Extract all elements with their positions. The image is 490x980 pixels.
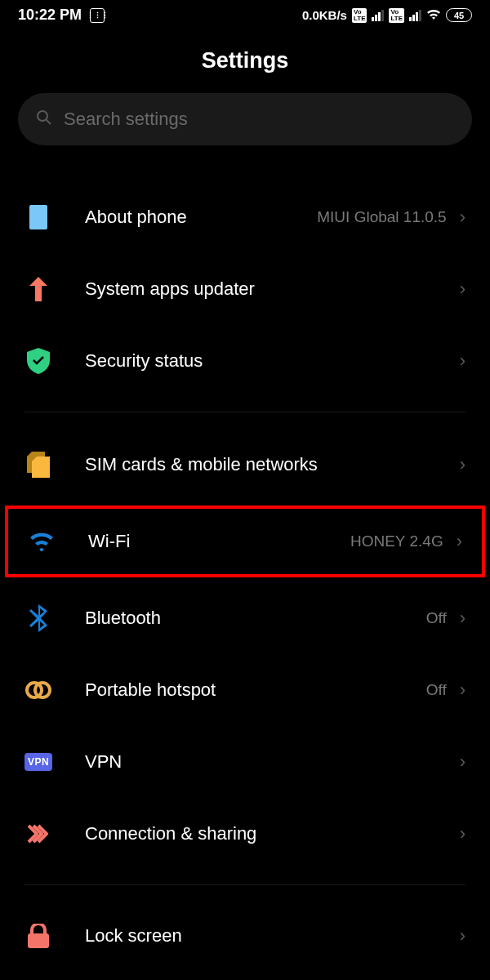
keypad-icon: ⋮⋮⋮ [90, 8, 105, 23]
lock-icon [24, 922, 52, 950]
search-placeholder: Search settings [64, 109, 188, 130]
system-updater-row[interactable]: System apps updater › [0, 253, 490, 325]
chevron-right-icon: › [460, 823, 466, 844]
setting-value: Off [426, 681, 447, 699]
wifi-icon [28, 528, 56, 555]
search-icon [36, 109, 52, 130]
security-status-row[interactable]: Security status › [0, 325, 490, 397]
connection-sharing-row[interactable]: Connection & sharing › [0, 798, 490, 870]
setting-value: HONEY 2.4G [350, 532, 443, 550]
hotspot-icon [24, 676, 52, 704]
setting-value: Off [426, 609, 447, 627]
svg-rect-2 [29, 205, 47, 229]
wifi-row[interactable]: Wi-Fi HONEY 2.4G › [5, 506, 485, 577]
divider [24, 412, 466, 412]
setting-label: VPN [85, 751, 460, 773]
volte-icon: VoLTE [352, 8, 368, 23]
battery-icon: 45 [446, 8, 472, 22]
bluetooth-row[interactable]: Bluetooth Off › [0, 582, 490, 654]
chevron-right-icon: › [460, 608, 466, 629]
data-rate: 0.0KB/s [302, 8, 347, 22]
about-phone-row[interactable]: About phone MIUI Global 11.0.5 › [0, 181, 490, 253]
chevron-right-icon: › [460, 454, 466, 475]
phone-icon [24, 203, 52, 231]
update-icon [24, 275, 52, 303]
svg-line-1 [47, 120, 51, 124]
lock-screen-row[interactable]: Lock screen › [0, 900, 490, 972]
setting-label: Connection & sharing [85, 823, 460, 844]
svg-point-0 [38, 111, 47, 121]
chevron-right-icon: › [460, 278, 466, 300]
setting-value: MIUI Global 11.0.5 [317, 208, 446, 226]
divider [24, 884, 466, 885]
sim-cards-row[interactable]: SIM cards & mobile networks › [0, 429, 490, 501]
status-bar: 10:22 PM ⋮⋮⋮ 0.0KB/s VoLTE VoLTE 45 [0, 0, 490, 30]
search-bar[interactable]: Search settings [18, 93, 472, 145]
signal-2-icon [409, 10, 421, 21]
setting-label: Bluetooth [85, 608, 426, 629]
chevron-right-icon: › [460, 925, 466, 947]
signal-1-icon [372, 10, 384, 21]
svg-rect-5 [28, 933, 49, 948]
volte-icon-2: VoLTE [389, 8, 404, 23]
status-time: 10:22 PM [18, 7, 82, 24]
chevron-right-icon: › [460, 207, 466, 228]
wifi-status-icon [426, 8, 441, 22]
chevron-right-icon: › [460, 751, 466, 773]
setting-label: Security status [85, 350, 460, 372]
setting-label: Wi-Fi [88, 531, 350, 552]
vpn-row[interactable]: VPN VPN › [0, 726, 490, 798]
chevron-right-icon: › [460, 679, 466, 701]
shield-icon [24, 347, 52, 375]
settings-list: About phone MIUI Global 11.0.5 › System … [0, 181, 490, 972]
sim-icon [24, 451, 52, 479]
vpn-icon: VPN [24, 748, 52, 776]
setting-label: SIM cards & mobile networks [85, 454, 460, 475]
hotspot-row[interactable]: Portable hotspot Off › [0, 654, 490, 726]
connection-icon [24, 820, 52, 848]
chevron-right-icon: › [457, 531, 462, 552]
setting-label: Portable hotspot [85, 679, 426, 701]
bluetooth-icon [24, 604, 52, 632]
setting-label: System apps updater [85, 278, 460, 300]
setting-label: Lock screen [85, 925, 460, 947]
setting-label: About phone [85, 207, 317, 228]
chevron-right-icon: › [460, 350, 466, 372]
page-title: Settings [0, 30, 490, 93]
